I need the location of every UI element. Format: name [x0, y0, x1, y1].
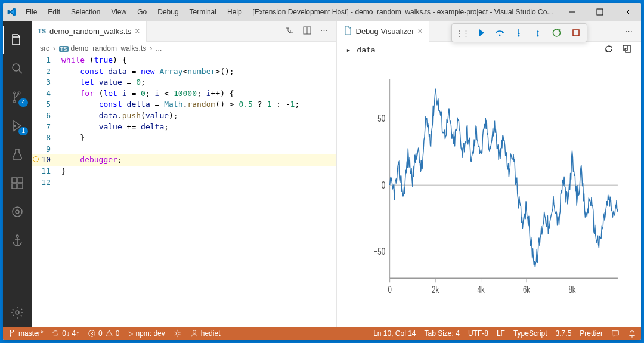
chart-area: −5005002k4k6k8k [337, 58, 642, 327]
svg-point-35 [10, 330, 11, 332]
activity-scm[interactable]: 4 [3, 83, 32, 112]
svg-text:2k: 2k [432, 284, 439, 295]
svg-text:−50: −50 [373, 246, 385, 257]
live-share[interactable]: hediet [190, 329, 221, 338]
activity-extensions[interactable] [3, 169, 32, 197]
problems-status[interactable]: 0 0 [88, 329, 119, 338]
menu-bar: FileEditSelectionViewGoDebugTerminalHelp [21, 5, 247, 18]
activity-testing[interactable] [3, 140, 32, 169]
svg-rect-7 [18, 178, 23, 183]
bell-icon[interactable] [628, 329, 636, 338]
menu-go[interactable]: Go [132, 5, 151, 18]
step-over-button[interactable] [493, 26, 507, 40]
tab-label: Debug Visualizer [356, 27, 414, 36]
chevron-right-icon[interactable]: ▸ [346, 45, 351, 54]
svg-rect-0 [597, 9, 603, 15]
svg-point-37 [13, 330, 14, 332]
svg-text:4k: 4k [477, 284, 485, 295]
svg-point-36 [10, 335, 11, 337]
step-out-button[interactable] [531, 26, 545, 40]
activity-anchor[interactable] [3, 226, 32, 255]
encoding[interactable]: UTF-8 [468, 329, 488, 338]
drag-handle-icon[interactable]: ⋮⋮ [456, 29, 469, 38]
editor-tabs: TS demo_random_walks.ts × ⋯ [32, 21, 336, 42]
more-icon[interactable]: ⋯ [320, 26, 328, 37]
step-into-button[interactable] [512, 26, 526, 40]
menu-help[interactable]: Help [222, 5, 247, 18]
close-icon[interactable]: × [135, 26, 140, 36]
debug-visualizer-panel: ⋮⋮ Debug Visualizer × ⋯ ▸ data −5005002k… [337, 21, 642, 327]
more-icon[interactable]: ⋯ [625, 27, 633, 36]
split-icon[interactable] [302, 26, 312, 37]
task-status[interactable]: ▷ npm: dev [128, 329, 165, 338]
editor-tab[interactable]: TS demo_random_walks.ts × [32, 21, 147, 42]
file-icon [343, 26, 352, 37]
visualizer-tab[interactable]: Debug Visualizer × [337, 21, 429, 42]
compare-icon[interactable] [284, 26, 294, 37]
svg-point-16 [518, 35, 520, 37]
svg-rect-18 [573, 30, 579, 36]
prettier-status[interactable]: Prettier [580, 329, 603, 338]
svg-point-12 [16, 235, 18, 237]
expression-text[interactable]: data [357, 45, 375, 54]
svg-text:0: 0 [381, 180, 385, 191]
visualizer-expression-bar[interactable]: ▸ data [337, 42, 642, 58]
feedback-icon[interactable] [611, 329, 620, 338]
debug-indicator[interactable] [174, 329, 182, 338]
editor[interactable]: 1while (true) {2 const data = new Array<… [32, 55, 336, 327]
breadcrumb[interactable]: src›TSdemo_random_walks.ts›... [32, 42, 336, 55]
refresh-icon[interactable] [604, 44, 614, 55]
menu-file[interactable]: File [21, 5, 42, 18]
svg-text:0: 0 [388, 284, 391, 295]
close-icon[interactable]: × [418, 26, 423, 36]
menu-debug[interactable]: Debug [153, 5, 183, 18]
activity-explorer[interactable] [3, 26, 32, 54]
svg-point-11 [16, 210, 19, 214]
menu-view[interactable]: View [106, 5, 131, 18]
activity-bar: 41 [3, 21, 32, 327]
activity-search[interactable] [3, 54, 32, 83]
status-bar: master* 0↓ 4↑ 0 0 ▷ npm: dev hediet Ln 1… [3, 327, 641, 340]
title-bar: FileEditSelectionViewGoDebugTerminalHelp… [3, 3, 641, 21]
svg-point-39 [176, 332, 179, 335]
svg-point-13 [16, 311, 19, 314]
tab-label: demo_random_walks.ts [49, 27, 131, 36]
stop-button[interactable] [569, 26, 583, 40]
debug-toolbar[interactable]: ⋮⋮ [451, 23, 587, 42]
svg-text:50: 50 [377, 113, 385, 124]
window-title: [Extension Development Host] - demo_rand… [247, 8, 559, 16]
svg-point-1 [13, 64, 20, 71]
restart-button[interactable] [550, 26, 564, 40]
svg-text:8k: 8k [568, 284, 576, 295]
typescript-icon: TS [38, 27, 46, 35]
svg-rect-6 [12, 178, 17, 183]
menu-edit[interactable]: Edit [43, 5, 65, 18]
svg-rect-9 [18, 184, 23, 189]
svg-point-5 [14, 125, 16, 127]
menu-terminal[interactable]: Terminal [185, 5, 221, 18]
activity-debug[interactable]: 1 [3, 112, 32, 140]
cursor-position[interactable]: Ln 10, Col 14 [373, 329, 416, 338]
activity-target[interactable] [3, 197, 32, 226]
activity-settings[interactable] [3, 298, 32, 327]
continue-button[interactable] [473, 26, 488, 40]
language-mode[interactable]: TypeScript [513, 329, 547, 338]
tab-size[interactable]: Tab Size: 4 [425, 329, 460, 338]
svg-point-17 [537, 35, 539, 37]
eol[interactable]: LF [497, 329, 505, 338]
svg-point-10 [13, 207, 22, 217]
svg-point-40 [193, 330, 196, 333]
menu-selection[interactable]: Selection [66, 5, 105, 18]
svg-point-15 [499, 35, 501, 36]
close-button[interactable] [614, 3, 641, 21]
typescript-version[interactable]: 3.7.5 [556, 329, 572, 338]
maximize-button[interactable] [586, 3, 614, 21]
branch-status[interactable]: master* [8, 329, 43, 338]
minimize-button[interactable] [559, 3, 586, 21]
sync-status[interactable]: 0↓ 4↑ [51, 329, 79, 338]
svg-rect-8 [12, 184, 17, 189]
popout-icon[interactable] [622, 44, 631, 55]
vscode-logo-icon [3, 7, 21, 17]
editor-group: TS demo_random_walks.ts × ⋯ src›TSdemo_r… [32, 21, 337, 327]
svg-text:6k: 6k [522, 284, 530, 295]
